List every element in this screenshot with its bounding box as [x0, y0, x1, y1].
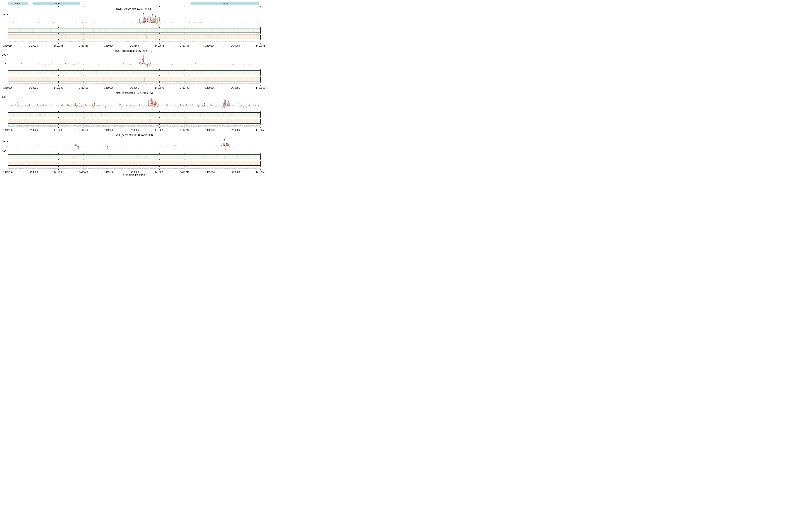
- y-tick-label: 0: [5, 104, 6, 107]
- x-tick-label: 1419606: [130, 87, 139, 89]
- x-tick-label: 1419536: [104, 44, 114, 47]
- y-tick-label: −100: [1, 150, 6, 152]
- x-tick-label: 1419326: [28, 44, 38, 47]
- x-tick-label: 1419816: [205, 87, 215, 89]
- y-tick-label: 100: [2, 13, 6, 16]
- x-tick-label: 1419466: [79, 129, 89, 131]
- x-tick-label: 1419956: [256, 171, 265, 173]
- x-tick-label: 1419886: [230, 171, 240, 173]
- y-tick-label: 0: [5, 21, 6, 24]
- x-tick-label: 1419536: [104, 129, 114, 131]
- x-tick-label: 1419746: [180, 87, 190, 89]
- x-tick-label: 1419886: [230, 129, 240, 131]
- x-tick-label: 1419466: [79, 171, 89, 173]
- x-tick-label: 1419256: [3, 87, 13, 89]
- x-tick-label: 1419886: [230, 87, 240, 89]
- y-tick-label: 0: [5, 63, 6, 65]
- x-tick-label: 1419746: [180, 171, 190, 173]
- x-tick-label: 1419956: [256, 129, 265, 131]
- x-tick-label: 1419396: [54, 44, 63, 47]
- x-tick-label: 1419606: [130, 129, 139, 131]
- x-tick-label: 1419326: [28, 129, 38, 131]
- x-tick-label: 1419256: [3, 171, 13, 173]
- y-tick-label: 100: [2, 140, 6, 143]
- x-tick-label: 1419396: [54, 87, 63, 89]
- gene-label-ydaF: ydaF: [15, 2, 20, 5]
- gene-label-racR: racR: [223, 2, 228, 5]
- figure-root: ydaFydaGracRracR (percentile 1.00, rank …: [0, 0, 266, 177]
- x-tick-label: 1419816: [205, 44, 215, 47]
- x-axis-title: Genomic Position: [123, 173, 145, 176]
- x-tick-label: 1419816: [205, 171, 215, 173]
- x-tick-label: 1419746: [180, 129, 190, 131]
- x-tick-label: 1419956: [256, 44, 265, 47]
- x-tick-label: 1419326: [28, 87, 38, 89]
- x-tick-label: 1419676: [155, 171, 164, 173]
- panel-title-dicC: dicC (percentile 0.27, rank 96): [116, 91, 153, 94]
- x-tick-label: 1419326: [28, 171, 38, 173]
- y-tick-label: 200: [2, 95, 6, 98]
- x-tick-label: 1419746: [180, 44, 190, 47]
- panel-title-cynR: cynR (percentile 0.27, rank 43): [115, 49, 153, 52]
- x-tick-label: 1419396: [54, 129, 63, 131]
- x-tick-label: 1419256: [3, 44, 13, 47]
- x-tick-label: 1419886: [230, 44, 240, 47]
- x-tick-label: 1419256: [3, 129, 13, 131]
- x-tick-label: 1419396: [54, 171, 63, 173]
- panel-title-yeiI: yeiI (percentile 0.28, rank 119): [116, 133, 153, 136]
- x-tick-label: 1419676: [155, 87, 164, 89]
- x-tick-label: 1419606: [130, 171, 139, 173]
- x-tick-label: 1419536: [104, 171, 114, 173]
- x-tick-label: 1419676: [155, 44, 164, 47]
- x-tick-label: 1419466: [79, 44, 89, 47]
- x-tick-label: 1419606: [130, 44, 139, 47]
- x-tick-label: 1419676: [155, 129, 164, 131]
- x-tick-label: 1419816: [205, 129, 215, 131]
- y-tick-label: 0: [5, 145, 6, 148]
- panel-title-racR: racR (percentile 1.00, rank 1): [116, 7, 152, 10]
- gene-label-ydaG: ydaG: [55, 2, 60, 5]
- x-tick-label: 1419536: [104, 87, 114, 89]
- x-tick-label: 1419466: [79, 87, 89, 89]
- y-tick-label: 200: [2, 53, 6, 56]
- x-tick-label: 1419956: [256, 87, 265, 89]
